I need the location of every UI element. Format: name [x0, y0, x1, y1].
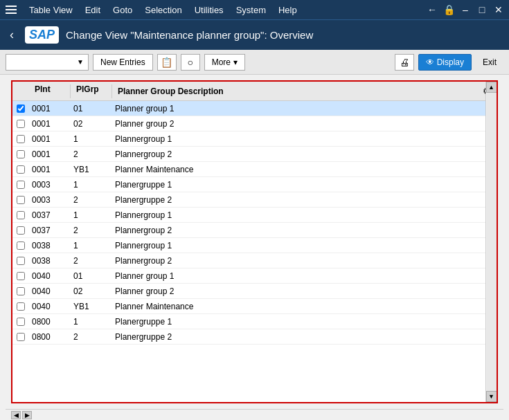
title-bar: ‹ SAP Change View "Maintenance planner g…	[0, 19, 509, 50]
nav-back-btn[interactable]: ←	[425, 3, 440, 16]
row-checkbox[interactable]	[17, 257, 25, 265]
toolbar-dropdown[interactable]: ▼	[6, 54, 89, 71]
cell-desc: Planner group 1	[112, 104, 497, 113]
row-checkbox[interactable]	[17, 165, 25, 174]
row-checkbox[interactable]	[17, 272, 25, 280]
cell-plnt: 0800	[29, 332, 71, 342]
row-checkbox[interactable]	[17, 104, 25, 113]
scroll-right-button[interactable]: ▶	[22, 411, 32, 419]
table-row[interactable]: 0003 2 Planergruppe 2	[12, 192, 497, 208]
sap-logo: SAP	[25, 26, 59, 44]
nav-forward-btn[interactable]: 🔒	[441, 3, 456, 16]
table-row[interactable]: 0001 01 Planner group 1	[12, 101, 497, 116]
table-row[interactable]: 0001 1 Plannergroup 1	[12, 131, 497, 147]
table-header: Plnt PlGrp Planner Group Description ⚙	[12, 82, 497, 101]
cell-plnt: 0037	[29, 226, 71, 235]
new-entries-label: New Entries	[100, 57, 145, 67]
exit-button[interactable]: Exit	[476, 54, 503, 71]
table-row[interactable]: 0040 02 Planner group 2	[12, 284, 497, 299]
row-checkbox[interactable]	[17, 196, 25, 204]
row-checkbox-cell	[12, 181, 29, 189]
row-checkbox[interactable]	[17, 318, 25, 326]
table-row[interactable]: 0037 1 Plannergroup 1	[12, 208, 497, 223]
delete-button[interactable]: ○	[181, 54, 200, 71]
page-title: Change View "Maintenance planner group":…	[66, 29, 313, 41]
table-row[interactable]: 0003 1 Planergruppe 1	[12, 177, 497, 192]
cell-plnt: 0001	[29, 134, 71, 144]
row-checkbox-cell	[12, 211, 29, 219]
print-button[interactable]: 🖨	[395, 54, 414, 71]
row-checkbox[interactable]	[17, 287, 25, 295]
copy-icon: 📋	[161, 57, 172, 68]
row-checkbox[interactable]	[17, 211, 25, 219]
table-row[interactable]: 0800 2 Planergruppe 2	[12, 329, 497, 345]
table-row[interactable]: 0037 2 Plannergroup 2	[12, 223, 497, 238]
scroll-up-button[interactable]: ▲	[486, 82, 497, 93]
row-checkbox[interactable]	[17, 302, 25, 311]
column-header-desc: Planner Group Description	[115, 86, 226, 96]
cell-desc: Plannergroup 2	[112, 226, 497, 235]
table-row[interactable]: 0001 02 Planner group 2	[12, 116, 497, 131]
row-checkbox-cell	[12, 287, 29, 295]
menu-edit[interactable]: Edit	[80, 3, 106, 17]
cell-plnt: 0038	[29, 241, 71, 250]
cell-plnt: 0800	[29, 317, 71, 327]
table-row[interactable]: 0040 01 Planner group 1	[12, 268, 497, 284]
menu-utilities[interactable]: Utilities	[189, 3, 229, 17]
hamburger-menu[interactable]	[3, 1, 19, 18]
cell-desc: Plannergroup 1	[112, 210, 497, 220]
cell-plgrp: 2	[71, 332, 112, 342]
table-row[interactable]: 0038 1 Plannergroup 1	[12, 238, 497, 253]
table-row[interactable]: 0001 YB1 Planner Maintenance	[12, 162, 497, 177]
row-checkbox-cell	[12, 257, 29, 265]
cell-desc: Plannergroup 1	[112, 241, 497, 250]
menu-help[interactable]: Help	[273, 3, 303, 17]
table-row[interactable]: 0001 2 Plannergroup 2	[12, 147, 497, 162]
row-checkbox-cell	[12, 104, 29, 113]
scroll-left-button[interactable]: ◀	[11, 411, 21, 419]
row-checkbox[interactable]	[17, 181, 25, 189]
cell-desc: Planergruppe 2	[112, 332, 497, 342]
row-checkbox[interactable]	[17, 120, 25, 128]
table-row[interactable]: 0800 1 Planergruppe 1	[12, 314, 497, 329]
header-plgrp: PlGrp	[71, 84, 112, 98]
cell-plnt: 0001	[29, 165, 71, 174]
chevron-down-icon: ▼	[77, 58, 84, 66]
window-controls: ← 🔒 – □ ✕	[425, 3, 506, 16]
row-checkbox[interactable]	[17, 135, 25, 143]
row-checkbox[interactable]	[17, 241, 25, 250]
copy-button[interactable]: 📋	[157, 54, 177, 71]
cell-desc: Planner group 2	[112, 286, 497, 296]
display-button[interactable]: 👁 Display	[418, 54, 472, 71]
cell-plgrp: 01	[71, 271, 112, 281]
row-checkbox-cell	[12, 120, 29, 128]
row-checkbox[interactable]	[17, 226, 25, 235]
cell-plgrp: 02	[71, 119, 112, 129]
maximize-btn[interactable]: □	[474, 3, 490, 16]
table-row[interactable]: 0040 YB1 Planner Maintenance	[12, 299, 497, 314]
scroll-down-button[interactable]: ▼	[486, 391, 497, 402]
cell-desc: Plannergroup 2	[112, 256, 497, 266]
cell-plgrp: 1	[71, 180, 112, 190]
table-row[interactable]: 0038 2 Plannergroup 2	[12, 253, 497, 268]
cell-plgrp: YB1	[71, 302, 112, 311]
minimize-btn[interactable]: –	[458, 3, 473, 16]
back-button[interactable]: ‹	[6, 26, 18, 44]
menu-tableview[interactable]: Table View	[24, 3, 78, 17]
menu-system[interactable]: System	[231, 3, 271, 17]
menu-goto[interactable]: Goto	[107, 3, 138, 17]
new-entries-button[interactable]: New Entries	[93, 54, 153, 71]
horizontal-scrollbar[interactable]: ◀ ▶	[11, 411, 32, 419]
column-header-plgrp: PlGrp	[73, 84, 102, 94]
cell-plnt: 0001	[29, 149, 71, 159]
scroll-track[interactable]	[487, 93, 497, 391]
close-btn[interactable]: ✕	[491, 3, 506, 16]
row-checkbox[interactable]	[17, 333, 25, 341]
row-checkbox[interactable]	[17, 150, 25, 158]
menu-selection[interactable]: Selection	[139, 3, 187, 17]
more-button[interactable]: More ▾	[204, 54, 245, 71]
cell-plnt: 0040	[29, 286, 71, 296]
sap-logo-text: SAP	[29, 28, 55, 42]
vertical-scrollbar[interactable]: ▲ ▼	[485, 82, 497, 402]
cell-desc: Planergruppe 1	[112, 180, 497, 190]
